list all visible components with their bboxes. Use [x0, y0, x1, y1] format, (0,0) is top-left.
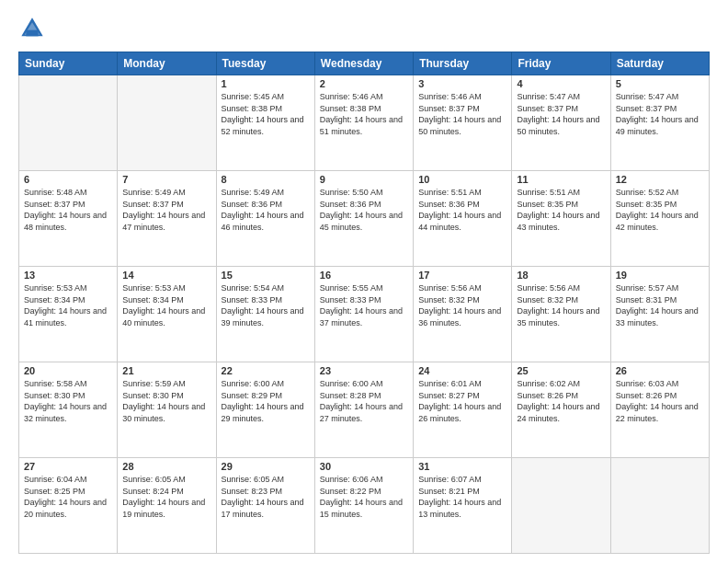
day-number: 31	[418, 461, 506, 472]
day-number: 12	[616, 174, 704, 185]
calendar-cell: 14Sunrise: 5:53 AMSunset: 8:34 PMDayligh…	[118, 267, 216, 362]
day-number: 17	[418, 270, 506, 281]
day-detail: Sunrise: 6:02 AMSunset: 8:26 PMDaylight:…	[517, 378, 605, 424]
day-number: 28	[122, 461, 210, 472]
calendar-cell: 20Sunrise: 5:58 AMSunset: 8:30 PMDayligh…	[19, 362, 118, 458]
day-detail: Sunrise: 5:56 AMSunset: 8:32 PMDaylight:…	[517, 282, 605, 328]
day-number: 23	[320, 365, 408, 376]
logo-icon	[18, 15, 46, 42]
day-number: 6	[24, 174, 112, 185]
day-number: 4	[517, 78, 605, 89]
weekday-header-saturday: Saturday	[610, 52, 709, 75]
weekday-header-monday: Monday	[118, 52, 216, 75]
weekday-header-wednesday: Wednesday	[314, 52, 413, 75]
day-detail: Sunrise: 5:51 AMSunset: 8:36 PMDaylight:…	[418, 187, 506, 233]
weekday-header-tuesday: Tuesday	[216, 52, 314, 75]
calendar-cell: 18Sunrise: 5:56 AMSunset: 8:32 PMDayligh…	[512, 267, 610, 362]
day-number: 9	[320, 174, 408, 185]
day-detail: Sunrise: 5:57 AMSunset: 8:31 PMDaylight:…	[616, 282, 704, 328]
day-number: 14	[122, 270, 210, 281]
day-number: 5	[616, 78, 704, 89]
page: SundayMondayTuesdayWednesdayThursdayFrid…	[0, 0, 728, 563]
day-detail: Sunrise: 6:05 AMSunset: 8:24 PMDaylight:…	[122, 474, 210, 520]
day-number: 13	[24, 270, 112, 281]
calendar-cell: 6Sunrise: 5:48 AMSunset: 8:37 PMDaylight…	[19, 171, 118, 267]
calendar-cell: 4Sunrise: 5:47 AMSunset: 8:37 PMDaylight…	[512, 75, 610, 171]
calendar-cell: 9Sunrise: 5:50 AMSunset: 8:36 PMDaylight…	[314, 171, 413, 267]
calendar-cell	[512, 458, 610, 554]
calendar-cell: 26Sunrise: 6:03 AMSunset: 8:26 PMDayligh…	[610, 362, 709, 458]
day-detail: Sunrise: 5:59 AMSunset: 8:30 PMDaylight:…	[122, 378, 210, 424]
day-detail: Sunrise: 5:50 AMSunset: 8:36 PMDaylight:…	[320, 187, 408, 233]
calendar-week-4: 20Sunrise: 5:58 AMSunset: 8:30 PMDayligh…	[19, 362, 710, 458]
calendar-cell	[19, 75, 118, 171]
day-detail: Sunrise: 5:54 AMSunset: 8:33 PMDaylight:…	[222, 282, 310, 328]
calendar-cell: 15Sunrise: 5:54 AMSunset: 8:33 PMDayligh…	[216, 267, 314, 362]
day-detail: Sunrise: 5:47 AMSunset: 8:37 PMDaylight:…	[517, 91, 605, 137]
day-number: 7	[122, 174, 210, 185]
day-number: 30	[320, 461, 408, 472]
day-number: 8	[222, 174, 310, 185]
calendar-cell: 5Sunrise: 5:47 AMSunset: 8:37 PMDaylight…	[610, 75, 709, 171]
day-number: 16	[320, 270, 408, 281]
day-detail: Sunrise: 5:56 AMSunset: 8:32 PMDaylight:…	[418, 282, 506, 328]
calendar-cell: 21Sunrise: 5:59 AMSunset: 8:30 PMDayligh…	[118, 362, 216, 458]
calendar-cell: 2Sunrise: 5:46 AMSunset: 8:38 PMDaylight…	[314, 75, 413, 171]
calendar-cell: 31Sunrise: 6:07 AMSunset: 8:21 PMDayligh…	[414, 458, 512, 554]
calendar-cell: 16Sunrise: 5:55 AMSunset: 8:33 PMDayligh…	[314, 267, 413, 362]
calendar-cell: 1Sunrise: 5:45 AMSunset: 8:38 PMDaylight…	[216, 75, 314, 171]
calendar-cell: 3Sunrise: 5:46 AMSunset: 8:37 PMDaylight…	[414, 75, 512, 171]
day-detail: Sunrise: 5:46 AMSunset: 8:37 PMDaylight:…	[418, 91, 506, 137]
day-detail: Sunrise: 6:00 AMSunset: 8:29 PMDaylight:…	[222, 378, 310, 424]
calendar-cell: 11Sunrise: 5:51 AMSunset: 8:35 PMDayligh…	[512, 171, 610, 267]
calendar-table: SundayMondayTuesdayWednesdayThursdayFrid…	[18, 52, 710, 554]
day-detail: Sunrise: 5:53 AMSunset: 8:34 PMDaylight:…	[24, 282, 112, 328]
day-number: 27	[24, 461, 112, 472]
weekday-header-thursday: Thursday	[414, 52, 512, 75]
day-number: 19	[616, 270, 704, 281]
day-number: 1	[222, 78, 310, 89]
day-detail: Sunrise: 5:52 AMSunset: 8:35 PMDaylight:…	[616, 187, 704, 233]
day-number: 20	[24, 365, 112, 376]
calendar-cell: 25Sunrise: 6:02 AMSunset: 8:26 PMDayligh…	[512, 362, 610, 458]
day-number: 26	[616, 365, 704, 376]
calendar-cell: 29Sunrise: 6:05 AMSunset: 8:23 PMDayligh…	[216, 458, 314, 554]
calendar-week-3: 13Sunrise: 5:53 AMSunset: 8:34 PMDayligh…	[19, 267, 710, 362]
day-detail: Sunrise: 6:01 AMSunset: 8:27 PMDaylight:…	[418, 378, 506, 424]
calendar-cell: 23Sunrise: 6:00 AMSunset: 8:28 PMDayligh…	[314, 362, 413, 458]
calendar-cell: 30Sunrise: 6:06 AMSunset: 8:22 PMDayligh…	[314, 458, 413, 554]
calendar-cell: 17Sunrise: 5:56 AMSunset: 8:32 PMDayligh…	[414, 267, 512, 362]
calendar-cell: 22Sunrise: 6:00 AMSunset: 8:29 PMDayligh…	[216, 362, 314, 458]
day-number: 15	[222, 270, 310, 281]
calendar-cell: 27Sunrise: 6:04 AMSunset: 8:25 PMDayligh…	[19, 458, 118, 554]
calendar-cell: 24Sunrise: 6:01 AMSunset: 8:27 PMDayligh…	[414, 362, 512, 458]
day-detail: Sunrise: 6:05 AMSunset: 8:23 PMDaylight:…	[222, 474, 310, 520]
svg-rect-2	[26, 30, 38, 37]
day-number: 18	[517, 270, 605, 281]
calendar-cell: 10Sunrise: 5:51 AMSunset: 8:36 PMDayligh…	[414, 171, 512, 267]
calendar-cell: 7Sunrise: 5:49 AMSunset: 8:37 PMDaylight…	[118, 171, 216, 267]
logo	[18, 15, 50, 42]
day-detail: Sunrise: 5:48 AMSunset: 8:37 PMDaylight:…	[24, 187, 112, 233]
day-number: 25	[517, 365, 605, 376]
day-detail: Sunrise: 6:00 AMSunset: 8:28 PMDaylight:…	[320, 378, 408, 424]
calendar-cell: 13Sunrise: 5:53 AMSunset: 8:34 PMDayligh…	[19, 267, 118, 362]
calendar-cell: 8Sunrise: 5:49 AMSunset: 8:36 PMDaylight…	[216, 171, 314, 267]
weekday-header-row: SundayMondayTuesdayWednesdayThursdayFrid…	[19, 52, 710, 75]
day-number: 10	[418, 174, 506, 185]
calendar-cell	[118, 75, 216, 171]
day-number: 29	[222, 461, 310, 472]
day-number: 21	[122, 365, 210, 376]
day-detail: Sunrise: 6:06 AMSunset: 8:22 PMDaylight:…	[320, 474, 408, 520]
calendar-cell: 19Sunrise: 5:57 AMSunset: 8:31 PMDayligh…	[610, 267, 709, 362]
day-detail: Sunrise: 5:51 AMSunset: 8:35 PMDaylight:…	[517, 187, 605, 233]
calendar-cell	[610, 458, 709, 554]
calendar-week-5: 27Sunrise: 6:04 AMSunset: 8:25 PMDayligh…	[19, 458, 710, 554]
day-number: 11	[517, 174, 605, 185]
day-detail: Sunrise: 5:49 AMSunset: 8:37 PMDaylight:…	[122, 187, 210, 233]
day-detail: Sunrise: 5:47 AMSunset: 8:37 PMDaylight:…	[616, 91, 704, 137]
calendar-cell: 12Sunrise: 5:52 AMSunset: 8:35 PMDayligh…	[610, 171, 709, 267]
header	[18, 15, 710, 42]
day-detail: Sunrise: 5:53 AMSunset: 8:34 PMDaylight:…	[122, 282, 210, 328]
day-detail: Sunrise: 6:07 AMSunset: 8:21 PMDaylight:…	[418, 474, 506, 520]
